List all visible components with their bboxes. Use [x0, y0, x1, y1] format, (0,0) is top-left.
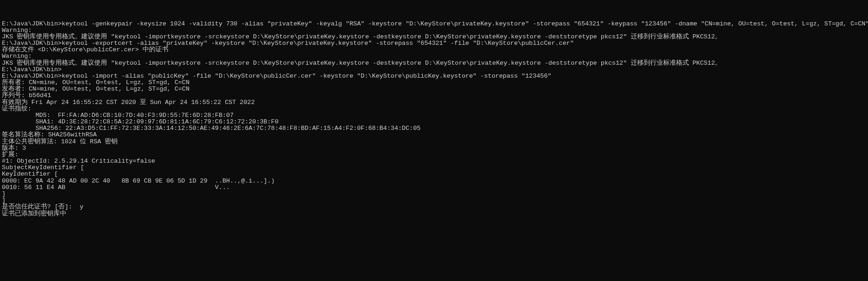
hex1: 0000: EC 9A 42 48 AD 00 2C 40 8B 69 CB 9… — [2, 178, 866, 184]
version: 版本: 3 — [2, 145, 866, 152]
pubkeyalg: 主体公共密钥算法: 1024 位 RSA 密钥 — [2, 139, 866, 145]
cmd1: E:\Java\JDK\bin>keytool -genkeypair -key… — [2, 21, 866, 27]
terminal-output[interactable]: E:\Java\JDK\bin>keytool -genkeypair -key… — [2, 21, 866, 217]
ext1: #1: ObjectId: 2.5.29.14 Criticality=fals… — [2, 158, 866, 165]
hex2: 0010: 56 11 E4 AB V... — [2, 184, 866, 191]
sigalg: 签名算法名称: SHA256withRSA — [2, 132, 866, 138]
warn1b: JKS 密钥库使用专用格式。建议使用 "keytool -importkeyst… — [2, 34, 866, 40]
sha1: SHA1: 4D:3E:28:72:C8:5A:22:09:97:6D:81:1… — [2, 119, 866, 125]
prompt-blank: E:\Java\JDK\bin> — [2, 67, 866, 73]
sha256: SHA256: 22:A3:D5:C1:FF:72:3E:33:3A:14:12… — [2, 125, 866, 132]
fingerprints: 证书指纹: — [2, 106, 866, 112]
out2: 存储在文件 <D:\KeyStore\publicCer.cer> 中的证书 — [2, 47, 866, 53]
issuer: 发布者: CN=mine, OU=test, O=test, L=gz, ST=… — [2, 86, 866, 92]
warn1a: Warning: — [2, 27, 866, 34]
validity: 有效期为 Fri Apr 24 16:55:22 CST 2020 至 Sun … — [2, 99, 866, 106]
added: 证书已添加到密钥库中 — [2, 211, 866, 217]
kid: KeyIdentifier [ — [2, 171, 866, 177]
close1: ] — [2, 191, 866, 197]
warn2b: JKS 密钥库使用专用格式。建议使用 "keytool -importkeyst… — [2, 60, 866, 67]
ski: SubjectKeyIdentifier [ — [2, 165, 866, 171]
cmd3: E:\Java\JDK\bin>keytool -import -alias "… — [2, 73, 866, 79]
serial: 序列号: b56d41 — [2, 92, 866, 99]
trust-prompt: 是否信任此证书? [否]: y — [2, 204, 866, 210]
extensions: 扩展: — [2, 152, 866, 158]
warn2a: Warning: — [2, 53, 866, 60]
close2: ] — [2, 197, 866, 204]
md5: MD5: FF:FA:AD:D6:CB:10:7D:40:F3:9D:55:7E… — [2, 112, 866, 119]
